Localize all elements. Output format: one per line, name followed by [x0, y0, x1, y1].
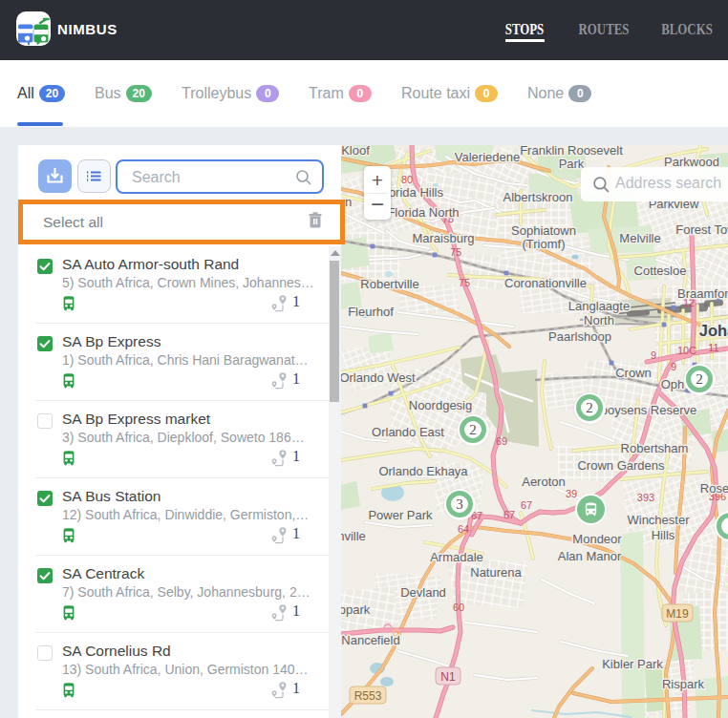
svg-text:Sophiatown: Sophiatown [511, 223, 576, 238]
svg-text:Cottesloe: Cottesloe [634, 264, 687, 278]
svg-text:69: 69 [496, 435, 507, 447]
svg-text:Naturena: Naturena [470, 565, 522, 580]
svg-text:80: 80 [401, 174, 413, 185]
svg-text:Albertskroon: Albertskroon [503, 190, 573, 204]
svg-text:Noordgesig: Noordgesig [409, 398, 473, 412]
svg-text:Forest Tow: Forest Tow [675, 222, 728, 237]
svg-text:Coronationville: Coronationville [504, 276, 587, 290]
svg-text:Power Park: Power Park [368, 508, 433, 522]
svg-text:Armadale: Armadale [430, 550, 483, 564]
svg-text:Aeroton: Aeroton [522, 475, 566, 489]
svg-text:Kibler Park: Kibler Park [602, 657, 663, 671]
svg-text:Hills: Hills [652, 528, 675, 542]
svg-text:Devland: Devland [400, 585, 446, 600]
svg-text:Kloof: Kloof [341, 145, 370, 158]
svg-text:N1: N1 [440, 670, 456, 684]
svg-text:67: 67 [521, 499, 532, 511]
svg-text:11: 11 [708, 342, 718, 353]
svg-text:Rose: Rose [700, 481, 728, 496]
svg-text:Orlando East: Orlando East [372, 425, 444, 439]
svg-text:Langlaagte: Langlaagte [568, 299, 630, 313]
svg-text:Maraisburg: Maraisburg [412, 231, 474, 245]
svg-text:Oph: Oph [661, 377, 685, 391]
svg-text:Mondeor: Mondeor [572, 532, 622, 546]
svg-text:Alan Manor: Alan Manor [558, 549, 622, 563]
svg-text:Joha: Joha [699, 322, 728, 339]
svg-text:Robertville: Robertville [360, 277, 418, 291]
svg-text:67: 67 [503, 509, 515, 520]
svg-text:Orlando Ekhaya: Orlando Ekhaya [378, 464, 468, 478]
svg-text:Fleurhof: Fleurhof [348, 305, 394, 319]
svg-text:Florida North: Florida North [387, 205, 459, 220]
svg-text:Paarlshoop: Paarlshoop [548, 329, 611, 344]
svg-text:393: 393 [637, 492, 654, 503]
svg-text:60: 60 [453, 602, 464, 613]
svg-text:ooysens Reserve: ooysens Reserve [601, 403, 696, 417]
svg-text:Crown Gardens: Crown Gardens [577, 458, 665, 473]
svg-text:Nancefield: Nancefield [341, 633, 399, 647]
svg-text:39: 39 [566, 488, 577, 499]
svg-text:Robertsham: Robertsham [621, 441, 689, 455]
svg-text:Crown: Crown [615, 366, 652, 380]
svg-text:nville: nville [341, 529, 366, 543]
svg-text:75: 75 [450, 246, 461, 258]
svg-text:North: North [584, 313, 614, 327]
svg-text:M19: M19 [666, 607, 689, 621]
svg-text:(Triomf): (Triomf) [522, 237, 565, 251]
svg-text:opark: opark [341, 602, 371, 617]
svg-text:64: 64 [458, 523, 469, 535]
svg-text:9: 9 [671, 361, 676, 372]
svg-text:9: 9 [651, 349, 656, 361]
svg-text:Winchester: Winchester [627, 513, 690, 527]
svg-text:Melville: Melville [619, 231, 660, 245]
svg-text:Orlando West: Orlando West [341, 370, 416, 385]
svg-text:Rispark: Rispark [662, 677, 705, 691]
svg-text:Valeriedene: Valeriedene [455, 150, 520, 164]
svg-text:R553: R553 [354, 689, 382, 703]
svg-text:75: 75 [459, 277, 470, 288]
svg-text:10C: 10C [677, 345, 696, 356]
svg-text:Braamfont: Braamfont [677, 286, 728, 301]
